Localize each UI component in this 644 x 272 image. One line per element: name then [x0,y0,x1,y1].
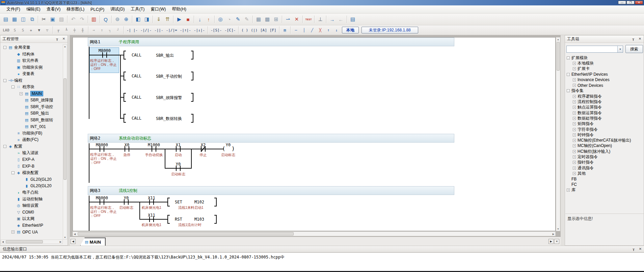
stop-plc-button[interactable]: ■ [184,15,192,23]
tree-item[interactable]: +触点运算指令 [565,105,644,110]
expander-icon[interactable]: + [573,95,576,98]
append-branch-button[interactable]: ┺ [63,27,70,33]
tree-item-label[interactable]: 本地模块 [578,60,594,66]
line-up-button[interactable]: ↑ [325,27,332,33]
run-plc-button[interactable]: ▶ [175,15,183,23]
close-button[interactable]: ✕ [635,1,643,4]
tree-item-label[interactable]: MAIN [30,91,43,96]
inverted-coil-button[interactable]: (|) [250,27,259,33]
delete-network-button[interactable]: ✕ [293,15,301,23]
tree-item-label[interactable]: MC轴控(CanOpen) [578,143,612,149]
tree-item-label[interactable]: 结构体 [22,51,34,57]
tree-item[interactable]: +定时器指令 [565,154,644,159]
window-tile-button[interactable]: ◨ [143,15,151,23]
expander-icon[interactable]: + [573,167,576,170]
tree-item[interactable]: ▣功能块实例 [1,64,63,71]
tree-item[interactable]: +▤OPC UA [1,229,63,236]
login-status-button[interactable]: 未登录:IP:192.168.1.88 [361,27,418,33]
compile-button[interactable]: ⊚ [113,15,122,23]
delete-line-button[interactable]: ╳ [317,27,324,33]
tree-item-label[interactable]: SBR_故障报 [30,97,53,103]
editor-hscrollbar[interactable]: ◀ ▶ [73,231,556,236]
tree-item[interactable]: ▤SBR_数据转 [1,117,63,124]
network-header[interactable]: 网络1子程序调用 [88,38,454,46]
tree-item-label[interactable]: Inovance Devices [578,77,610,82]
expander-icon[interactable]: + [573,62,576,65]
parallel-contact-open-button[interactable]: -||- [153,27,164,33]
copy-button[interactable]: ▣ [49,15,57,23]
tree-item[interactable]: ▯EXP-B [1,163,63,170]
sfc-step-button[interactable]: S [11,27,19,33]
tree-item-label[interactable]: 配置 [14,144,22,149]
expander-icon[interactable]: - [11,171,15,174]
paste-button[interactable]: ▨ [57,15,65,23]
tree-item-label[interactable]: MC轴控(EtherCAT&脉冲输出) [578,138,631,143]
tree-item[interactable]: ≈输入滤波 [1,150,63,156]
tab-main[interactable]: ▤ MAIN [80,238,106,246]
tree-item-label[interactable]: HC轴控(脉冲输入) [578,149,610,154]
cut-button[interactable]: ✂ [40,15,48,23]
tree-item-label[interactable]: 指针指令 [578,159,594,165]
tree-item-label[interactable]: EtherNet/IP Devices [571,72,608,77]
menu-item[interactable]: 工具(T) [128,5,147,13]
tab-scroll-left-button[interactable]: ◀ [71,239,76,244]
expander-icon[interactable]: - [3,79,6,82]
tree-item[interactable]: +Other Devices [565,82,644,88]
editor-vscrollbar[interactable]: ▲ ▼ [556,37,560,231]
lad-mode-button[interactable]: LAD [2,27,10,33]
tree-item-label[interactable]: 模块配置 [22,170,38,176]
tree-item[interactable]: ▮GL20(GL20 [1,176,63,183]
right-splitter[interactable] [561,35,565,246]
network-header[interactable]: 网络2系统自动启动标志 [88,134,454,143]
redo-button[interactable]: ↷ [78,15,86,23]
tree-item[interactable]: +本地模块 [565,60,644,66]
toolbox-search-button[interactable]: 搜索 [625,45,643,53]
toolbox-search-input[interactable] [567,46,617,52]
expander-icon[interactable]: - [11,85,15,89]
tree-item-label[interactable]: 编程 [14,78,22,83]
falling-edge-contact-button[interactable]: -|↓|- [193,27,206,33]
wire-corner-right-button[interactable]: ┐ [106,27,114,33]
tree-item[interactable]: -指令集 [565,88,644,94]
expander-icon[interactable]: + [573,150,576,153]
pin-icon[interactable]: ┰ [631,36,636,41]
expander-icon[interactable]: + [573,100,576,103]
tree-item-label[interactable]: 输入滤波 [22,150,38,156]
window-cascade-button[interactable]: ◧ [134,15,142,23]
contact-normally-open-button[interactable]: -| |- [126,27,139,33]
tree-item-label[interactable]: 功能块(FB) [22,130,42,136]
line-down-button[interactable]: ↓ [333,27,340,33]
menu-item[interactable]: 文件(F) [3,5,23,13]
cross-reference-button[interactable]: ▦ [254,15,263,23]
tree-item-label[interactable]: SBR_数据转 [30,117,53,123]
ladder-coil[interactable]: ) [232,145,235,152]
menu-item[interactable]: 梯形图(L) [63,5,87,13]
time-monitor-button[interactable]: ◔ [225,15,233,23]
expander-icon[interactable]: + [573,112,576,115]
tree-item[interactable]: +通讯指令 [565,165,644,171]
tree-item-label[interactable]: 功能块实例 [22,65,43,70]
monitor-button[interactable]: ◎ [216,15,224,23]
tree-item-label[interactable]: 电子凸轮 [22,190,38,195]
project-tree-vscrollbar[interactable]: ▲ ▼ [63,44,67,240]
tree-item-label[interactable]: 通讯指令 [578,165,594,171]
tree-item[interactable]: ▮GL20(GL20 [1,183,63,190]
tree-item[interactable]: +▤MAIN [1,91,63,97]
contact-normally-closed-button[interactable]: -|/|- [139,27,153,33]
maximize-button[interactable]: ❐ [626,1,635,4]
expander-icon[interactable]: + [573,128,576,131]
expander-icon[interactable]: + [573,78,576,81]
element-usage-button[interactable]: ▩ [263,15,271,23]
close-panel-icon[interactable]: ✕ [61,36,66,41]
expander-icon[interactable]: + [573,155,576,158]
tree-item-label[interactable]: 轴组设置 [22,203,38,208]
expander-icon[interactable]: + [11,230,15,233]
tree-item-label[interactable]: 触点运算指令 [578,104,602,110]
tree-item[interactable]: +数据运算指令 [565,110,644,116]
tree-item-label[interactable]: 流程控制指令 [578,99,602,105]
network-header[interactable]: 网络3流线1控制 [88,186,454,195]
tree-item[interactable]: ●变量表 [1,71,63,77]
tree-item-label[interactable]: 程序块 [22,84,34,90]
instruction-block[interactable]: CALLSBR_手动控制 [124,72,193,80]
tab-scroll-right-button[interactable]: ▶ [548,239,554,244]
